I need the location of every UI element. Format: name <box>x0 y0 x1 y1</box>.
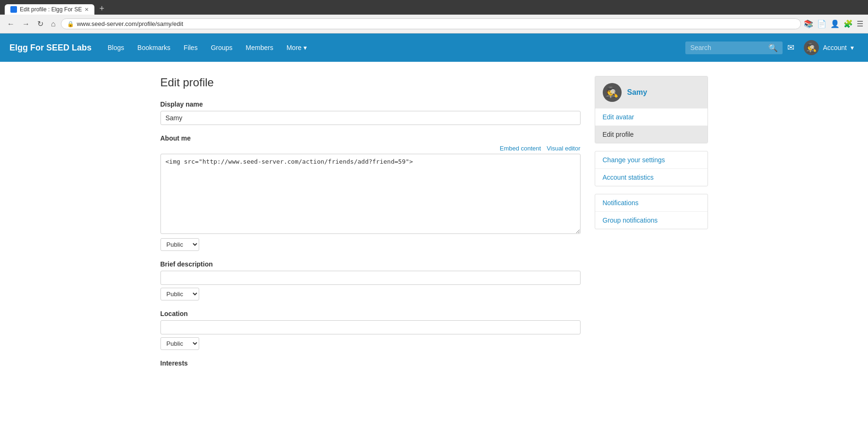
page-title: Edit profile <box>160 76 581 89</box>
about-me-label: About me <box>160 134 581 142</box>
nav-links: Blogs Bookmarks Files Groups Members Mor… <box>101 33 685 62</box>
site-nav: Elgg For SEED Labs Blogs Bookmarks Files… <box>0 33 868 62</box>
browser-tab-row: Edit profile : Elgg For SE ✕ + <box>0 0 868 15</box>
nav-link-bookmarks[interactable]: Bookmarks <box>131 33 177 62</box>
search-input[interactable] <box>690 44 766 51</box>
extensions-icon[interactable]: 🧩 <box>843 19 853 28</box>
url-text: www.seed-server.com/profile/samy/edit <box>77 20 795 27</box>
sidebar-notifications-section: Notifications Group notifications <box>595 194 708 229</box>
home-button[interactable]: ⌂ <box>49 19 58 29</box>
about-me-visibility-select[interactable]: Public Friends Private <box>160 238 199 251</box>
browser-toolbar: ← → ↻ ⌂ 🔒 www.seed-server.com/profile/sa… <box>0 15 868 33</box>
visual-editor-link[interactable]: Visual editor <box>547 145 580 152</box>
tab-close-button[interactable]: ✕ <box>84 7 89 13</box>
location-input[interactable] <box>160 320 581 334</box>
edit-profile-form: Edit profile Display name About me Embed… <box>160 76 581 376</box>
profile-icon[interactable]: 👤 <box>830 19 840 28</box>
interests-group: Interests <box>160 359 581 367</box>
menu-icon[interactable]: ☰ <box>857 19 863 28</box>
right-sidebar: 🕵 Samy Edit avatar Edit profile Change y… <box>595 76 708 376</box>
sidebar-avatar-icon: 🕵 <box>606 86 618 99</box>
account-label: Account <box>823 44 847 51</box>
active-browser-tab[interactable]: Edit profile : Elgg For SE ✕ <box>5 4 94 15</box>
bookmarks-icon[interactable]: 📚 <box>804 19 813 28</box>
nav-link-files[interactable]: Files <box>177 33 204 62</box>
sidebar-account-statistics-link[interactable]: Account statistics <box>595 169 708 186</box>
sidebar-user-card: 🕵 Samy Edit avatar Edit profile <box>595 76 708 143</box>
interests-label: Interests <box>160 359 581 367</box>
sidebar-change-settings-link[interactable]: Change your settings <box>595 151 708 169</box>
sidebar-edit-profile-link[interactable]: Edit profile <box>595 126 708 143</box>
brief-description-group: Brief description Public Friends Private <box>160 260 581 300</box>
brief-description-label: Brief description <box>160 260 581 268</box>
nav-link-members[interactable]: Members <box>239 33 280 62</box>
site-logo[interactable]: Elgg For SEED Labs <box>9 43 92 53</box>
tab-favicon <box>10 6 17 13</box>
location-visibility-select[interactable]: Public Friends Private <box>160 337 199 350</box>
sidebar-user-header: 🕵 Samy <box>595 76 708 108</box>
lock-icon: 🔒 <box>67 21 74 27</box>
toolbar-icons: 📚 📄 👤 🧩 ☰ <box>804 19 863 28</box>
sidebar-profile-links: Edit avatar Edit profile <box>595 108 708 143</box>
location-group: Location Public Friends Private <box>160 310 581 350</box>
location-label: Location <box>160 310 581 317</box>
main-content: Edit profile Display name About me Embed… <box>151 62 717 391</box>
sidebar-notifications-link[interactable]: Notifications <box>595 194 708 212</box>
account-chevron-icon: ▾ <box>851 44 854 51</box>
brief-description-visibility-select[interactable]: Public Friends Private <box>160 288 199 300</box>
account-button[interactable]: 🕵 Account ▾ <box>799 40 859 55</box>
reader-view-icon[interactable]: 📄 <box>817 19 826 28</box>
about-me-textarea[interactable]: <img src="http://www.seed-server.com/act… <box>160 154 581 234</box>
sidebar-username[interactable]: Samy <box>627 88 648 97</box>
about-me-header: Embed content Visual editor <box>160 145 581 152</box>
display-name-group: Display name <box>160 100 581 125</box>
mail-icon[interactable]: ✉ <box>787 42 794 53</box>
display-name-input[interactable] <box>160 111 581 125</box>
embed-content-link[interactable]: Embed content <box>500 145 541 152</box>
nav-link-groups[interactable]: Groups <box>204 33 239 62</box>
sidebar-group-notifications-link[interactable]: Group notifications <box>595 212 708 229</box>
nav-link-more[interactable]: More ▾ <box>280 33 313 62</box>
address-bar[interactable]: 🔒 www.seed-server.com/profile/samy/edit <box>61 18 801 29</box>
forward-button[interactable]: → <box>20 19 32 29</box>
display-name-label: Display name <box>160 100 581 108</box>
search-icon[interactable]: 🔍 <box>768 43 778 52</box>
new-tab-button[interactable]: + <box>96 3 107 15</box>
search-area[interactable]: 🔍 <box>685 42 783 54</box>
sidebar-settings-section: Change your settings Account statistics <box>595 151 708 186</box>
about-me-group: About me Embed content Visual editor <im… <box>160 134 581 251</box>
tab-title: Edit profile : Elgg For SE <box>20 6 82 13</box>
reload-button[interactable]: ↻ <box>35 18 46 29</box>
back-button[interactable]: ← <box>5 19 17 29</box>
account-avatar: 🕵 <box>804 40 819 55</box>
sidebar-avatar: 🕵 <box>603 83 622 102</box>
sidebar-edit-avatar-link[interactable]: Edit avatar <box>595 108 708 126</box>
brief-description-input[interactable] <box>160 271 581 285</box>
nav-link-blogs[interactable]: Blogs <box>101 33 131 62</box>
